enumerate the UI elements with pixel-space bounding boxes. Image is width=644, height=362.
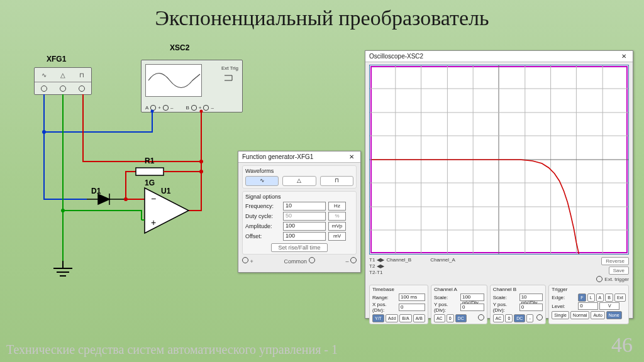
normal-button[interactable]: Normal [570,311,590,319]
add-button[interactable]: Add [386,314,398,322]
ext-trigger-port [596,276,602,282]
edge-l-button[interactable]: L [587,293,595,302]
offset-unit[interactable]: mV [328,232,346,241]
channel-b-panel: Channel B Scale:10 mV/Div Y pos.(Div):0 … [490,285,547,324]
timebase-xpos-input[interactable]: 0 [399,304,425,311]
auto-button[interactable]: Auto [591,311,604,319]
yt-button[interactable]: Y/T [372,314,384,322]
edge-f-button[interactable]: F [578,293,586,302]
chb-ac-button[interactable]: AC [493,314,504,322]
cha-0-button[interactable]: 0 [447,314,454,322]
label-r1: R1 [145,156,154,165]
label-xsc2: XSC2 [170,43,189,52]
signal-options-group: Signal options Frequency: 10 Hz Duty cyc… [242,191,357,255]
scope-display[interactable] [369,65,629,255]
svg-text:−: − [151,194,156,204]
scope-title: Oscilloscope-XSC2 [369,53,423,60]
waveforms-label: Waveforms [245,168,353,174]
slide-root: Экспоненциальный преобразователь Техниче… [0,0,644,362]
fg-plus-terminal [242,257,248,263]
trigger-panel: Trigger Edge: F L A B Ext Level: 0 V Sin… [548,285,629,324]
none-button[interactable]: None [606,311,622,319]
amplitude-unit[interactable]: mVp [328,222,346,231]
cursor-labels: T1 ◀▶ T2 ◀▶ T2-T1 [369,257,384,276]
chb-scale-input[interactable]: 10 mV/Div [519,293,543,301]
amplitude-row: Amplitude: 100 mVp [245,222,353,231]
wave-sine-button[interactable]: ∿ [245,176,279,186]
svg-point-1 [199,160,203,163]
dutycycle-input: 50 [283,212,326,221]
chb-ypos-input[interactable]: 0 [519,304,543,311]
function-generator-dialog: Function generator-XFG1 ✕ Waveforms ∿ △ … [238,151,361,273]
ba-button[interactable]: B/A [399,314,411,322]
close-icon[interactable]: ✕ [619,53,629,60]
trigger-level-unit[interactable]: V [599,302,619,310]
frequency-row: Frequency: 10 Hz [245,202,353,211]
svg-point-14 [124,197,128,201]
oscilloscope-dialog: Oscilloscope-XSC2 ✕ [365,50,633,319]
frequency-unit[interactable]: Hz [328,202,346,211]
channel-a-panel: Channel A Scale:100 mV/Div Y pos.(Div):0… [431,285,487,324]
svg-point-17 [151,110,154,113]
dutycycle-row: Duty cycle: 50 % [245,212,353,221]
timebase-range-input[interactable]: 100 ms [399,293,425,301]
edge-ext-button[interactable]: Ext [614,293,626,302]
trigger-level-input[interactable]: 0 [578,302,598,310]
cha-ypos-input[interactable]: 0 [460,304,484,311]
ab-button[interactable]: A/B [413,314,425,322]
chb-minus-button[interactable]: - [526,314,533,322]
svg-marker-8 [98,194,109,204]
reverse-button[interactable]: Reverse [601,257,629,265]
svg-point-16 [199,170,203,173]
save-button[interactable]: Save [609,266,629,275]
chb-port-icon [536,314,543,321]
amplitude-input[interactable]: 100 [283,222,326,231]
fg-minus-terminal [350,257,357,263]
cursor-chb: Channel_B [387,257,412,263]
slide-footer: Технические средства систем автоматическ… [6,343,338,357]
fg-title: Function generator-XFG1 [242,153,313,160]
set-rise-fall-button[interactable]: Set rise/Fall time [271,243,327,252]
svg-rect-15 [136,168,164,175]
wave-square-button[interactable]: ⊓ [320,176,353,186]
page-number: 46 [611,333,633,357]
svg-text:+: + [151,217,156,228]
cursor-cha: Channel_A [430,257,455,263]
single-button[interactable]: Single [552,311,569,319]
offset-input[interactable]: 100 [283,232,326,241]
chb-dc-button[interactable]: DC [514,314,525,322]
signal-options-label: Signal options [245,194,353,200]
svg-point-2 [61,209,65,212]
svg-point-0 [42,130,46,134]
chb-0-button[interactable]: 0 [505,314,513,322]
circuit-diagram: XFG1 XSC2 ∿ △ ⊓ Ext Trig A+– B+– [25,60,239,283]
edge-a-button[interactable]: A [596,293,604,302]
slide-title: Экспоненциальный преобразователь [0,6,644,30]
dutycycle-unit: % [328,212,346,221]
label-r1-val: 1G [145,178,155,187]
waveforms-group: Waveforms ∿ △ ⊓ [242,165,357,189]
fg-common-terminal [309,257,315,263]
svg-point-18 [200,110,203,113]
label-u1: U1 [161,187,170,195]
cha-dc-button[interactable]: DC [455,314,467,322]
close-icon[interactable]: ✕ [347,153,357,160]
wave-triangle-button[interactable]: △ [282,176,316,186]
label-d1: D1 [91,187,101,195]
edge-b-button[interactable]: B [605,293,613,302]
timebase-panel: Timebase Range:100 ms X pos.(Div):0 Y/T … [369,285,428,324]
offset-row: Offset: 100 mV [245,232,353,241]
frequency-input[interactable]: 10 [283,202,326,211]
cha-scale-input[interactable]: 100 mV/Div [460,293,484,301]
cha-port-icon [478,314,484,321]
cha-ac-button[interactable]: AC [434,314,445,322]
